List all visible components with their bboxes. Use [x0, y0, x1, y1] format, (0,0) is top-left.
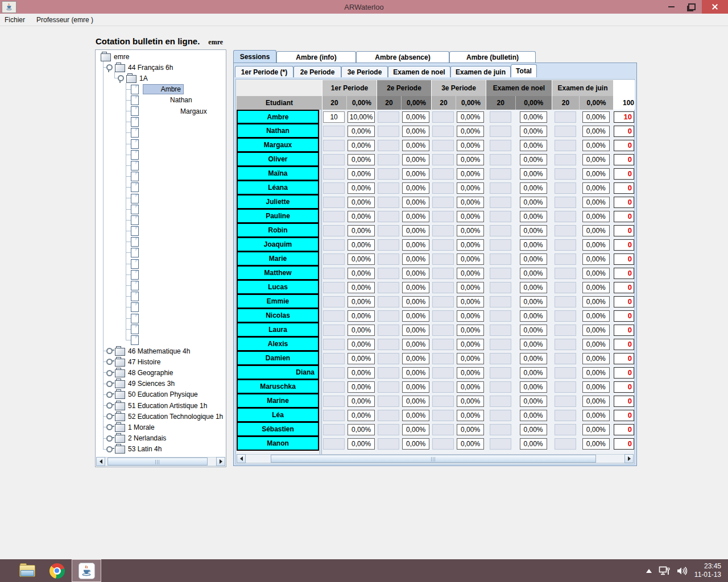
score-input[interactable]: [323, 140, 345, 151]
score-input[interactable]: [490, 339, 511, 350]
score-input[interactable]: [432, 296, 454, 307]
student-name-cell[interactable]: Marine: [237, 394, 319, 408]
score-input[interactable]: [323, 438, 345, 450]
student-name-cell[interactable]: Sébastien: [237, 422, 319, 436]
tree-node-48-geographie[interactable]: 48 Geographie: [97, 367, 225, 378]
percent-field[interactable]: 0,00%: [457, 253, 484, 265]
score-input[interactable]: [323, 239, 345, 251]
score-input[interactable]: [378, 282, 399, 293]
subtab-examen-de-noel[interactable]: Examen de noel: [388, 66, 450, 77]
score-input[interactable]: [555, 197, 576, 208]
tree-collapsed-handle-icon[interactable]: [106, 370, 113, 376]
percent-field[interactable]: 0,00%: [520, 268, 547, 279]
percent-field[interactable]: 0,00%: [457, 367, 484, 379]
volume-icon[interactable]: [677, 566, 688, 576]
percent-field[interactable]: 0,00%: [582, 410, 610, 421]
score-input[interactable]: [555, 367, 576, 379]
score-input[interactable]: [323, 367, 345, 379]
tree-collapsed-handle-icon[interactable]: [106, 348, 113, 354]
percent-field[interactable]: 0,00%: [457, 339, 484, 350]
percent-field[interactable]: 0,00%: [520, 438, 547, 450]
score-input[interactable]: [323, 339, 345, 350]
percent-field[interactable]: 0,00%: [520, 111, 547, 123]
percent-field[interactable]: 0,00%: [520, 225, 547, 236]
total-field[interactable]: 0: [614, 282, 634, 293]
score-input[interactable]: [432, 239, 454, 251]
student-name-cell[interactable]: Nathan: [237, 124, 319, 138]
student-name-cell[interactable]: Léa: [237, 408, 319, 422]
score-input[interactable]: [432, 367, 454, 379]
percent-field[interactable]: 0,00%: [457, 211, 484, 222]
tree-horizontal-scrollbar[interactable]: [96, 457, 225, 466]
student-name-cell[interactable]: Robin: [237, 223, 319, 238]
total-field[interactable]: 0: [614, 239, 634, 251]
tree-node-margaux[interactable]: Margaux: [97, 106, 225, 117]
score-input[interactable]: [555, 182, 576, 194]
score-input[interactable]: [378, 424, 399, 435]
score-input[interactable]: [490, 126, 511, 137]
score-input[interactable]: [323, 325, 345, 336]
total-field[interactable]: 0: [614, 396, 634, 407]
percent-field[interactable]: 0,00%: [402, 367, 429, 379]
score-input[interactable]: [490, 154, 511, 165]
score-input[interactable]: [490, 182, 511, 194]
score-input[interactable]: [378, 381, 399, 393]
file-explorer-icon[interactable]: [13, 559, 42, 582]
percent-field[interactable]: 0,00%: [520, 410, 547, 421]
percent-field[interactable]: 0,00%: [457, 353, 484, 364]
percent-field[interactable]: 0,00%: [582, 140, 610, 151]
score-input[interactable]: [555, 396, 576, 407]
percent-field[interactable]: 0,00%: [457, 410, 484, 421]
score-input[interactable]: [323, 424, 345, 435]
scroll-left-button[interactable]: [237, 454, 246, 463]
scrollbar-thumb[interactable]: [271, 455, 596, 463]
score-input[interactable]: [323, 253, 345, 265]
tree-node-empty[interactable]: [97, 149, 225, 160]
percent-field[interactable]: 0,00%: [582, 239, 610, 251]
percent-field[interactable]: 0,00%: [348, 367, 375, 379]
score-input[interactable]: [432, 438, 454, 450]
score-input[interactable]: [323, 268, 345, 279]
student-name-cell[interactable]: Marie: [237, 252, 319, 266]
score-input[interactable]: [432, 197, 454, 208]
tab-sessions[interactable]: Sessions: [233, 50, 276, 63]
percent-field[interactable]: 0,00%: [402, 253, 429, 265]
tree-node-empty[interactable]: [97, 247, 225, 258]
percent-field[interactable]: 0,00%: [520, 282, 547, 293]
score-input[interactable]: [432, 410, 454, 421]
percent-field[interactable]: 0,00%: [457, 396, 484, 407]
score-input[interactable]: [432, 353, 454, 364]
score-input[interactable]: [555, 168, 576, 180]
total-field[interactable]: 0: [614, 168, 634, 180]
show-hidden-icons-icon[interactable]: [646, 566, 652, 573]
score-input[interactable]: 10: [323, 111, 345, 123]
scroll-right-button[interactable]: [216, 457, 225, 466]
tree-node-empty[interactable]: [97, 302, 225, 313]
percent-field[interactable]: 0,00%: [582, 197, 610, 208]
percent-field[interactable]: 0,00%: [348, 126, 375, 137]
score-input[interactable]: [555, 225, 576, 236]
java-taskbar-icon[interactable]: [72, 559, 101, 582]
total-field[interactable]: 0: [614, 268, 634, 279]
score-input[interactable]: [323, 410, 345, 421]
score-input[interactable]: [378, 367, 399, 379]
tree-node-49-sciences-3h[interactable]: 49 Sciences 3h: [97, 379, 225, 389]
tree-collapsed-handle-icon[interactable]: [106, 435, 113, 442]
score-input[interactable]: [323, 197, 345, 208]
percent-field[interactable]: 0,00%: [520, 154, 547, 165]
score-input[interactable]: [432, 168, 454, 180]
student-name-cell[interactable]: Nicolas: [237, 309, 319, 323]
score-input[interactable]: [378, 296, 399, 307]
percent-field[interactable]: 0,00%: [402, 353, 429, 364]
percent-field[interactable]: 0,00%: [402, 410, 429, 421]
percent-field[interactable]: 0,00%: [457, 381, 484, 393]
score-input[interactable]: [432, 282, 454, 293]
score-input[interactable]: [378, 211, 399, 222]
percent-field[interactable]: 0,00%: [348, 282, 375, 293]
percent-field[interactable]: 0,00%: [348, 140, 375, 151]
tree-node-emre[interactable]: emre: [97, 51, 225, 62]
percent-field[interactable]: 0,00%: [582, 438, 610, 450]
score-input[interactable]: [555, 438, 576, 450]
tree-node-empty[interactable]: [97, 313, 225, 324]
percent-field[interactable]: 0,00%: [348, 381, 375, 393]
